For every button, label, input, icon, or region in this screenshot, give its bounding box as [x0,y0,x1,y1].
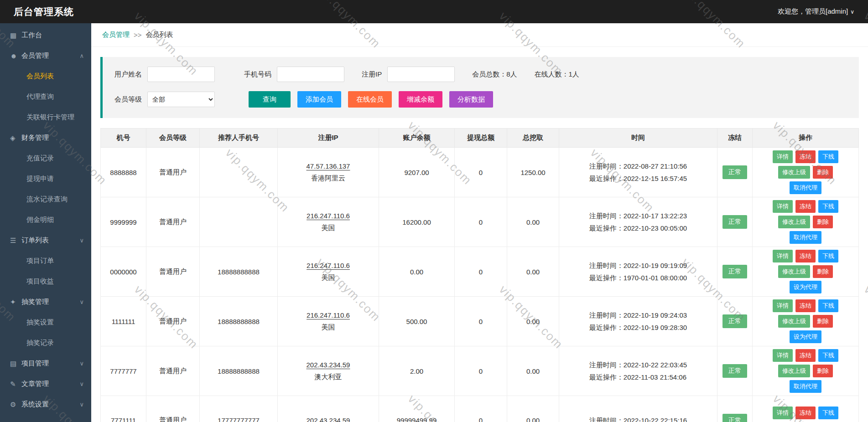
freeze-button[interactable]: 冻结 [795,349,816,362]
modify-superior-button[interactable]: 修改上级 [778,315,810,328]
withdraw-total-cell: 0 [455,396,507,422]
members-table-wrap: 机号会员等级推荐人手机号注册IP账户余额提现总额总挖取时间冻结操作 888888… [100,128,859,422]
sidebar-item-lottery-management[interactable]: ✦抽奖管理∨ [0,292,91,312]
phone-cell: 1111111 [101,297,146,346]
sidebar-item-agent-query[interactable]: 代理查询 [0,87,91,107]
sidebar-item-bank-card-management[interactable]: 关联银行卡管理 [0,107,91,128]
status-badge: 正常 [722,364,747,378]
time-line: 最近操作：1970-01-01 08:00:00 [589,272,687,284]
detail-button[interactable]: 详情 [773,200,793,213]
delete-button[interactable]: 删除 [813,265,833,278]
level-cell: 普通用户 [146,197,200,247]
modify-superior-button[interactable]: 修改上级 [778,365,810,377]
freeze-button[interactable]: 冻结 [795,299,816,312]
user-menu[interactable]: 欢迎您，管理员[admin] ∨ [778,7,854,16]
sidebar-item-project-earnings[interactable]: 项目收益 [0,271,91,292]
modify-superior-button[interactable]: 修改上级 [778,265,810,278]
sidebar-item-article-management[interactable]: ✎文章管理∨ [0,374,91,394]
chevron-down-icon: ∨ [79,401,84,408]
ip-cell: 202.43.234.59 [278,396,379,422]
breadcrumb: 会员管理 >> 会员列表 [91,23,868,47]
set-agent-button[interactable]: 设为代理 [790,281,821,293]
ip-link[interactable]: 47.57.136.137 [307,162,350,170]
sidebar-item-finance-management[interactable]: ◈财务管理 [0,128,91,148]
sidebar-item-member-management[interactable]: ☻会员管理∧ [0,46,91,66]
freeze-button[interactable]: 冻结 [795,250,816,262]
breadcrumb-section-link[interactable]: 会员管理 [102,31,130,39]
members-icon: ☻ [10,52,21,60]
ip-link[interactable]: 216.247.110.6 [307,311,350,319]
row-actions: 详情冻结下线修改上级删除设为代理 [762,299,849,343]
delete-button[interactable]: 删除 [813,315,833,328]
total-members-stat: 会员总数：8人 [472,70,517,79]
sidebar-item-label: 提现申请 [26,175,54,183]
balance-cell: 500.00 [379,297,455,346]
add-member-button[interactable]: 添加会员 [297,91,341,108]
cancel-agent-button[interactable]: 取消代理 [790,231,821,244]
ip-link[interactable]: 202.43.234.59 [307,417,350,422]
freeze-button[interactable]: 冻结 [795,150,816,163]
sidebar-item-system-settings[interactable]: ⚙系统设置∨ [0,394,91,415]
sidebar-item-project-orders[interactable]: 项目订单 [0,251,91,271]
sidebar-item-recharge-records[interactable]: 充值记录 [0,148,91,169]
adjust-balance-button[interactable]: 增减余额 [399,91,442,108]
balance-cell: 2.00 [379,346,455,396]
sidebar-item-project-management[interactable]: ▤项目管理∨ [0,353,91,374]
detail-button[interactable]: 详情 [773,299,793,312]
time-lines: 注册时间：2022-10-22 22:15:16 [589,414,687,422]
phone-input[interactable] [277,67,344,82]
sidebar-item-label: 订单列表 [21,236,49,245]
sidebar-item-label: 关联银行卡管理 [26,113,74,122]
offline-button[interactable]: 下线 [818,299,838,312]
column-header: 操作 [753,129,859,148]
members-table: 机号会员等级推荐人手机号注册IP账户余额提现总额总挖取时间冻结操作 888888… [100,128,859,422]
offline-button[interactable]: 下线 [818,200,838,213]
detail-button[interactable]: 详情 [773,407,793,419]
freeze-button[interactable]: 冻结 [795,200,816,213]
detail-button[interactable]: 详情 [773,349,793,362]
sidebar-item-transaction-records[interactable]: 流水记录查询 [0,189,91,210]
sidebar-item-lottery-records[interactable]: 抽奖记录 [0,333,91,353]
ip-link[interactable]: 202.43.234.59 [307,361,350,369]
offline-button[interactable]: 下线 [818,250,838,262]
sidebar-item-member-list[interactable]: 会员列表 [0,66,91,87]
mined-total-cell: 0.00 [507,396,559,422]
delete-button[interactable]: 删除 [813,216,833,228]
cancel-agent-button[interactable]: 取消代理 [790,380,821,393]
time-line: 注册时间：2022-10-17 13:22:23 [589,210,687,222]
column-header: 机号 [101,129,146,148]
main-content: 会员管理 >> 会员列表 用户姓名 手机号码 注册IP 会员总数：8人 在线人数… [91,23,868,422]
delete-button[interactable]: 删除 [813,166,833,179]
offline-button[interactable]: 下线 [818,150,838,163]
delete-button[interactable]: 删除 [813,365,833,377]
workbench-icon: ▦ [10,31,21,40]
sidebar-item-workbench[interactable]: ▦工作台 [0,25,91,46]
cancel-agent-button[interactable]: 取消代理 [790,181,821,194]
detail-button[interactable]: 详情 [773,250,793,262]
member-level-select[interactable]: 全部 [147,92,215,107]
time-lines: 注册时间：2022-10-19 09:24:03最近操作：2022-10-19 … [589,309,687,334]
sidebar-item-order-list[interactable]: ☰订单列表∨ [0,230,91,251]
detail-button[interactable]: 详情 [773,150,793,163]
analyze-data-button[interactable]: 分析数据 [449,91,493,108]
set-agent-button[interactable]: 设为代理 [790,330,821,343]
chevron-down-icon: ∨ [850,9,854,15]
offline-button[interactable]: 下线 [818,349,838,362]
referrer-cell: 17777777777 [200,396,278,422]
sidebar-item-lottery-settings[interactable]: 抽奖设置 [0,312,91,333]
username-input[interactable] [147,67,215,82]
sidebar-item-withdraw-requests[interactable]: 提现申请 [0,169,91,189]
query-button[interactable]: 查询 [249,91,291,108]
sidebar-item-label: 工作台 [21,31,42,40]
sidebar-item-commission-details[interactable]: 佣金明细 [0,210,91,230]
online-members-button[interactable]: 在线会员 [348,91,392,108]
ip-link[interactable]: 216.247.110.6 [307,262,350,269]
register-ip-input[interactable] [387,67,455,82]
freeze-button[interactable]: 冻结 [795,407,816,419]
modify-superior-button[interactable]: 修改上级 [778,166,810,179]
offline-button[interactable]: 下线 [818,407,838,419]
time-lines: 注册时间：2022-10-19 09:19:09最近操作：1970-01-01 … [589,259,687,284]
modify-superior-button[interactable]: 修改上级 [778,216,810,228]
articles-icon: ✎ [10,380,21,388]
ip-link[interactable]: 216.247.110.6 [307,212,350,220]
